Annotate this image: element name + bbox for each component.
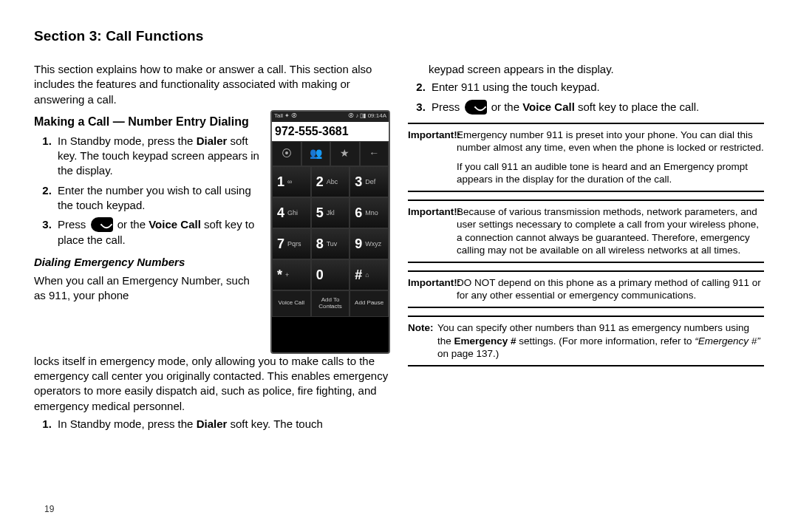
key-5: 5Jkl (311, 197, 350, 228)
important2-text: Because of various transmission methods,… (457, 205, 764, 257)
step1-dialer: Dialer (197, 134, 228, 147)
emergency-para-2: locks itself in emergency mode, only all… (34, 354, 390, 414)
two-column-layout: This section explains how to make or ans… (34, 62, 764, 436)
rstep3-c: soft key to place the call. (575, 100, 699, 113)
important-box-2: Important!: Because of various transmiss… (408, 200, 764, 263)
key-6-digit: 6 (355, 204, 362, 222)
key-5-label: Jkl (327, 208, 335, 217)
note-b: settings. (For more information, refer t… (516, 335, 695, 347)
key-3-label: Def (365, 177, 375, 186)
making-step-1: In Standby mode, press the Dialer soft k… (55, 134, 262, 179)
section-title: Section 3: Call Functions (34, 28, 764, 44)
key-6-label: Mno (365, 208, 378, 217)
estep1-b: soft key. The touch (227, 417, 323, 430)
key-1-label: ∞ (287, 177, 292, 186)
estep1-dialer: Dialer (197, 417, 228, 430)
call-icon (91, 217, 113, 232)
key-8-digit: 8 (316, 235, 324, 253)
key-2-digit: 2 (316, 173, 324, 191)
making-step-2: Enter the number you wish to call using … (55, 183, 262, 214)
phone-quick-row: ⦿ 👥 ★ ← (272, 141, 389, 166)
key-1: 1∞ (272, 166, 311, 197)
softkey-voice-call: Voice Call (272, 290, 311, 317)
step3-voicecall: Voice Call (149, 218, 201, 231)
key-7: 7Pqrs (272, 228, 311, 259)
key-8: 8Tuv (311, 228, 350, 259)
left-text-block: Making a Call — Number Entry Dialing In … (34, 110, 262, 306)
key-8-label: Tuv (327, 239, 338, 248)
left-column: This section explains how to make or ans… (34, 62, 390, 436)
key-2-label: Abc (327, 177, 338, 186)
key-0-digit: 0 (316, 266, 324, 284)
key-star: *+ (272, 259, 311, 290)
heading-dialing-emergency: Dialing Emergency Numbers (34, 255, 262, 270)
quick-contacts-icon: 👥 (301, 141, 331, 166)
note-box: Note: You can specify other numbers than… (408, 316, 764, 366)
emergency-step-1: In Standby mode, press the Dialer soft k… (55, 417, 390, 432)
important1-text-a: Emergency number 911 is preset into your… (457, 129, 764, 154)
key-hash: #⌂ (349, 259, 389, 290)
important2-label: Important!: (408, 205, 457, 257)
key-9-digit: 9 (355, 235, 362, 253)
key-4-digit: 4 (277, 204, 284, 222)
important-box-1: Important!: Emergency number 911 is pres… (408, 123, 764, 192)
key-3-digit: 3 (355, 173, 362, 191)
important3-label: Important!: (408, 276, 457, 302)
quick-backspace-icon: ← (360, 141, 389, 166)
important-box-3: Important!: DO NOT depend on this phone … (408, 270, 764, 308)
key-3: 3Def (349, 166, 389, 197)
intro-paragraph: This section explains how to make or ans… (34, 62, 390, 107)
note-ref: “Emergency #” (695, 335, 760, 347)
key-star-label: + (285, 270, 289, 279)
making-call-steps: In Standby mode, press the Dialer soft k… (34, 134, 262, 248)
important1-text-b: If you call 911 an audible tone is heard… (457, 160, 764, 186)
phone-status-bar: Tall ✦ ⦿ ⦿ ♪ ▯▮ 09:14A (272, 112, 389, 122)
key-hash-digit: # (355, 266, 362, 284)
step3-text-b: or the (115, 218, 149, 231)
making-step-3: Press or the Voice Call soft key to plac… (55, 217, 262, 248)
phone-keypad: 1∞ 2Abc 3Def 4Ghi 5Jkl 6Mno 7Pqrs 8Tuv 9… (272, 166, 389, 290)
emergency-steps: In Standby mode, press the Dialer soft k… (34, 417, 390, 432)
key-star-digit: * (277, 266, 282, 284)
key-9-label: Wxyz (365, 239, 381, 248)
key-4-label: Ghi (287, 208, 298, 217)
page-number: 19 (44, 504, 54, 514)
note-text: You can specify other numbers than 911 a… (437, 321, 764, 361)
phone-softkeys: Voice Call Add To Contacts Add Pause (272, 290, 389, 317)
key-0: 0 (311, 259, 350, 290)
phone-dialed-number: 972-555-3681 (272, 122, 389, 141)
note-label: Note: (408, 321, 437, 361)
key-9: 9Wxyz (349, 228, 389, 259)
note-c: on page 137.) (437, 348, 499, 359)
heading-making-a-call: Making a Call — Number Entry Dialing (34, 115, 262, 129)
rstep3-a: Press (432, 100, 463, 113)
key-7-digit: 7 (277, 235, 284, 253)
status-right: ⦿ ♪ ▯▮ 09:14A (348, 112, 386, 120)
emergency-steps-cont: Enter 911 using the touch keypad. Press … (408, 80, 764, 115)
call-icon (465, 100, 487, 115)
key-hash-label: ⌂ (365, 270, 369, 279)
step3-text-a: Press (58, 218, 89, 231)
softkey-add-pause: Add Pause (349, 290, 389, 317)
note-emergency-num: Emergency # (454, 335, 516, 347)
key-4: 4Ghi (272, 197, 311, 228)
rstep3-b: or the (488, 100, 523, 113)
heading-and-phone-row: Making a Call — Number Entry Dialing In … (34, 110, 390, 354)
key-6: 6Mno (349, 197, 389, 228)
softkey-add-to-contacts: Add To Contacts (311, 290, 350, 317)
rstep3-vc: Voice Call (522, 100, 575, 113)
step1-text-a: In Standby mode, press the (58, 134, 197, 147)
quick-voicemail-icon: ⦿ (272, 141, 301, 166)
estep1-a: In Standby mode, press the (58, 417, 197, 430)
quick-favorites-icon: ★ (330, 141, 360, 166)
key-7-label: Pqrs (287, 239, 301, 248)
important1-label: Important!: (408, 129, 457, 154)
key-2: 2Abc (311, 166, 350, 197)
status-left: Tall ✦ ⦿ (274, 112, 297, 120)
continuation-line: keypad screen appears in the display. (429, 62, 764, 77)
emergency-step-3: Press or the Voice Call soft key to plac… (429, 100, 764, 115)
emergency-para-1: When you call an Emergency Number, such … (34, 273, 262, 304)
emergency-step-2: Enter 911 using the touch keypad. (429, 80, 764, 95)
important3-text: DO NOT depend on this phone as a primary… (457, 276, 764, 302)
phone-screenshot: Tall ✦ ⦿ ⦿ ♪ ▯▮ 09:14A 972-555-3681 ⦿ 👥 … (270, 110, 390, 354)
